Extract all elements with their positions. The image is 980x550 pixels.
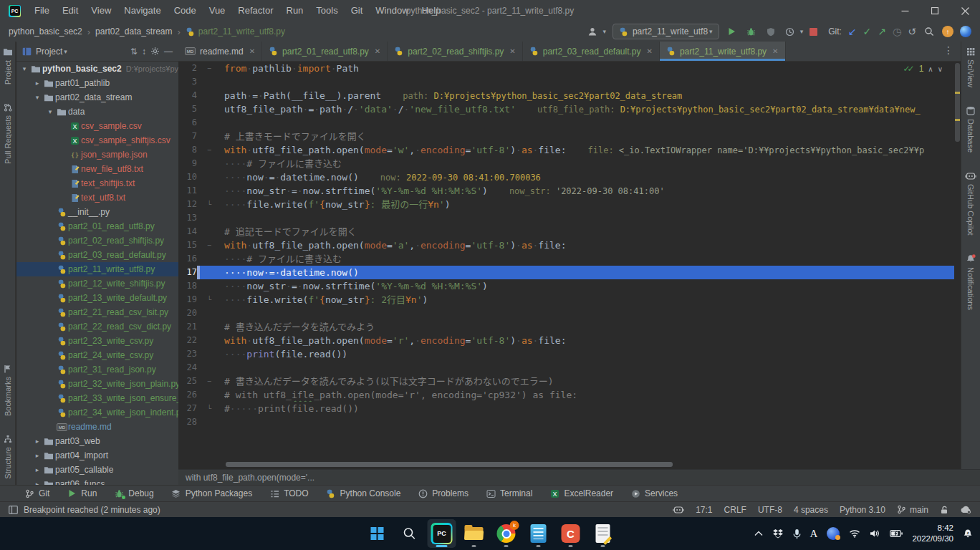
- tree-item-part2_32_write_json_plain.py[interactable]: part2_32_write_json_plain.py: [16, 377, 178, 391]
- tab-part2_02_read_shiftjis.py[interactable]: part2_02_read_shiftjis.py✕: [388, 42, 522, 61]
- debug-button[interactable]: [745, 25, 758, 38]
- tree-item-text_utf8.txt[interactable]: text_utf8.txt: [16, 190, 178, 205]
- editor-context-line[interactable]: with utf8_file_path.open(mode='...: [178, 469, 980, 485]
- tray-sphere-icon[interactable]: [827, 527, 840, 540]
- code-line-2[interactable]: 2−from·pathlib·import·Path: [178, 62, 954, 75]
- prev-problem-icon[interactable]: ∧: [928, 65, 933, 73]
- stripe-button-database[interactable]: Database: [966, 106, 975, 153]
- stripe-button-pull-requests[interactable]: Pull Requests: [4, 103, 12, 164]
- tree-item-part2_12_write_shiftjis.py[interactable]: part2_12_write_shiftjis.py: [16, 276, 178, 291]
- tree-item-text_shiftjis.txt[interactable]: text_shiftjis.txt: [16, 176, 178, 190]
- inspections-widget[interactable]: ✓✓ 1 ∧ ∨: [903, 64, 943, 74]
- toolwindow-button-debug[interactable]: Debug: [114, 488, 153, 498]
- toolwindow-button-terminal[interactable]: Terminal: [486, 488, 532, 498]
- toolwindow-button-services[interactable]: Services: [630, 488, 678, 498]
- tree-item-part2_22_read_csv_dict.py[interactable]: part2_22_read_csv_dict.py: [16, 319, 178, 334]
- lock-icon[interactable]: [940, 506, 948, 514]
- git-update-button[interactable]: ↙: [848, 25, 857, 38]
- code-line-16[interactable]: 16····# ファイルに書き込む: [178, 252, 954, 266]
- git-push-button[interactable]: ↗: [878, 25, 886, 38]
- expand-all-icon[interactable]: ⇅: [130, 47, 138, 57]
- code-line-25[interactable]: 25−# 書き込んだデータを読んでみよう(以下は文字コードがあわないのでエラー): [178, 375, 954, 388]
- code-line-13[interactable]: 13: [178, 211, 954, 225]
- tray-overflow-icon[interactable]: [754, 531, 763, 536]
- tree-item-part05_callable[interactable]: ▸part05_callable: [16, 463, 178, 477]
- settings-sync-icon[interactable]: [960, 506, 971, 513]
- microphone-icon[interactable]: [793, 529, 801, 539]
- chevron-down-icon[interactable]: ▾: [19, 65, 29, 72]
- tree-item-part2_02_read_shiftjis.py[interactable]: part2_02_read_shiftjis.py: [16, 233, 178, 248]
- tree-item-part01_pathlib[interactable]: ▸part01_pathlib: [16, 76, 178, 90]
- tree-item-part02_data_stream[interactable]: ▾part02_data_stream: [16, 90, 178, 105]
- next-problem-icon[interactable]: ∨: [938, 65, 943, 73]
- git-history-icon[interactable]: ◷: [893, 25, 901, 38]
- tree-item-csv_sample.csv[interactable]: Xcsv_sample.csv: [16, 119, 178, 133]
- stripe-button-project[interactable]: Project: [3, 47, 13, 85]
- menu-tools[interactable]: Tools: [309, 0, 344, 21]
- tree-item-part2_33_write_json_ensure_[interactable]: part2_33_write_json_ensure_: [16, 391, 178, 405]
- battery-icon[interactable]: [890, 530, 903, 537]
- close-tab-icon[interactable]: ✕: [647, 47, 653, 55]
- coverage-button[interactable]: [764, 25, 777, 38]
- close-tab-icon[interactable]: ✕: [249, 47, 255, 55]
- toolwindow-button-run[interactable]: Run: [67, 488, 97, 498]
- tree-item-part2_11_write_utf8.py[interactable]: part2_11_write_utf8.py: [16, 262, 178, 276]
- code-line-4[interactable]: 4path·=·Path(__file__).parentpath: D:¥pr…: [178, 89, 954, 102]
- collapse-all-icon[interactable]: ↕: [142, 47, 146, 57]
- chevron-down-icon[interactable]: ▾: [45, 108, 55, 115]
- code-line-5[interactable]: 5utf8_file_path·=·path·/·'data'·/·'new_f…: [178, 102, 954, 116]
- taskbar-chrome-icon[interactable]: k: [492, 519, 521, 548]
- tree-item-__init__.py[interactable]: __init__.py: [16, 205, 178, 219]
- toolwindow-button-problems[interactable]: Problems: [418, 488, 469, 498]
- code-line-18[interactable]: 18····now_str·=·now.strftime('%Y-%m-%d %…: [178, 279, 954, 293]
- code-editor[interactable]: 2−from·pathlib·import·Path34path·=·Path(…: [178, 62, 954, 469]
- tree-item-python_basic_sec2[interactable]: ▾python_basic_sec2D:¥projects¥py: [16, 62, 178, 76]
- user-dropdown-icon[interactable]: ▾: [602, 28, 606, 35]
- tab-part2_03_read_default.py[interactable]: part2_03_read_default.py✕: [523, 42, 660, 61]
- tab-readme.md[interactable]: MDreadme.md✕: [178, 42, 262, 61]
- tree-item-part2_24_write_csv.py[interactable]: part2_24_write_csv.py: [16, 348, 178, 362]
- code-line-7[interactable]: 7# 上書きモードでファイルを開く: [178, 130, 954, 143]
- tree-item-data[interactable]: ▾data: [16, 105, 178, 119]
- tab-part2_01_read_utf8.py[interactable]: part2_01_read_utf8.py✕: [262, 42, 388, 61]
- wifi-icon[interactable]: [849, 529, 860, 538]
- fold-marker-icon[interactable]: −: [197, 375, 224, 388]
- menu-file[interactable]: File: [28, 0, 56, 21]
- volume-icon[interactable]: [870, 529, 880, 538]
- tree-item-part04_import[interactable]: ▸part04_import: [16, 448, 178, 463]
- tree-item-readme.md[interactable]: MDreadme.md: [16, 420, 178, 434]
- close-tab-icon[interactable]: ✕: [772, 47, 778, 55]
- fold-marker-icon[interactable]: └: [197, 198, 224, 211]
- vertical-scrollbar[interactable]: [954, 62, 961, 469]
- search-everywhere-button[interactable]: [923, 25, 936, 38]
- fold-marker-icon[interactable]: └: [197, 402, 224, 415]
- stripe-button-notifications[interactable]: Notifications: [966, 254, 976, 310]
- tree-item-part2_21_read_csv_lsit.py[interactable]: part2_21_read_csv_lsit.py: [16, 305, 178, 319]
- close-button[interactable]: [950, 0, 980, 21]
- stripe-button-structure[interactable]: Structure: [4, 435, 12, 479]
- chevron-right-icon[interactable]: ▸: [32, 438, 42, 445]
- close-tab-icon[interactable]: ✕: [509, 47, 515, 55]
- toolwindow-button-excelreader[interactable]: XExcelReader: [549, 488, 613, 498]
- gear-icon[interactable]: [150, 47, 160, 56]
- chevron-right-icon[interactable]: ▸: [32, 452, 42, 459]
- git-branch-name[interactable]: main: [910, 505, 928, 515]
- code-line-6[interactable]: 6: [178, 116, 954, 130]
- tree-item-part2_03_read_default.py[interactable]: part2_03_read_default.py: [16, 248, 178, 262]
- toolwindow-button-git[interactable]: Git: [24, 488, 49, 498]
- hide-panel-icon[interactable]: —: [164, 47, 173, 57]
- toolwindow-button-python-console[interactable]: Python Console: [326, 488, 401, 498]
- ide-update-icon[interactable]: ↑: [942, 26, 953, 37]
- fold-marker-icon[interactable]: −: [197, 238, 224, 252]
- profiler-button[interactable]: [784, 25, 797, 38]
- stripe-button-github-copilot[interactable]: GitHub Copilot: [965, 171, 976, 236]
- toolwindow-button-python-packages[interactable]: Python Packages: [171, 488, 252, 498]
- chevron-down-icon[interactable]: ▾: [32, 94, 42, 101]
- toolwindow-button-todo[interactable]: TODO: [269, 488, 308, 498]
- fold-marker-icon[interactable]: └: [197, 293, 224, 307]
- taskbar-search-button[interactable]: [395, 519, 424, 548]
- tree-item-part2_01_read_utf8.py[interactable]: part2_01_read_utf8.py: [16, 219, 178, 233]
- run-button[interactable]: [726, 25, 739, 38]
- menu-edit[interactable]: Edit: [56, 0, 85, 21]
- code-line-28[interactable]: 28: [178, 415, 954, 429]
